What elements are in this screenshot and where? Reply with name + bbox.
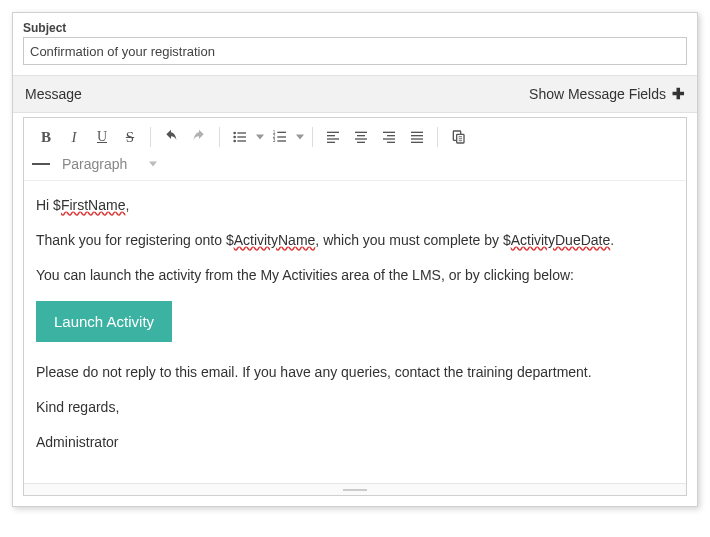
separator [219,127,220,147]
svg-rect-20 [383,132,395,133]
redo-icon [191,129,207,145]
strikethrough-button[interactable]: S [116,124,144,150]
svg-rect-16 [355,132,367,133]
message-header: Message Show Message Fields ✚ [13,75,697,113]
bullet-list-dropdown[interactable] [254,124,266,150]
email-template-panel: Subject Message Show Message Fields ✚ B … [12,12,698,507]
editor-content[interactable]: Hi $FirstName, Thank you for registering… [24,181,686,483]
svg-rect-21 [387,135,395,136]
toolbar-row-2: Paragraph [24,152,686,181]
paragraph-format-label: Paragraph [62,156,127,172]
svg-text:3: 3 [273,138,276,143]
align-center-button[interactable] [347,124,375,150]
svg-rect-31 [459,138,462,139]
undo-button[interactable] [157,124,185,150]
subject-input[interactable] [23,37,687,65]
horizontal-rule-icon [32,163,50,165]
svg-rect-17 [357,135,365,136]
align-left-button[interactable] [319,124,347,150]
editor-wrap: B I U S 123 [13,113,697,506]
align-center-icon [353,129,369,145]
separator [437,127,438,147]
no-reply-paragraph: Please do not reply to this email. If yo… [36,362,674,383]
svg-rect-24 [411,132,423,133]
svg-rect-25 [411,135,423,136]
bullet-list-button[interactable] [226,124,254,150]
svg-rect-13 [327,135,335,136]
launch-instructions: You can launch the activity from the My … [36,265,674,286]
svg-rect-32 [459,140,462,141]
svg-rect-12 [327,132,339,133]
subject-label: Subject [23,21,687,35]
show-message-fields-label: Show Message Fields [529,86,666,102]
svg-rect-30 [459,136,462,137]
bold-button[interactable]: B [32,124,60,150]
undo-icon [163,129,179,145]
activityduedate-token: ActivityDueDate [511,232,611,248]
separator [312,127,313,147]
svg-rect-1 [237,132,246,133]
horizontal-rule-button[interactable] [32,163,52,166]
italic-button[interactable]: I [60,124,88,150]
underline-button[interactable]: U [88,124,116,150]
paste-button[interactable] [444,124,472,150]
align-justify-icon [409,129,425,145]
paste-icon [450,129,466,145]
paragraph-format-dropdown[interactable]: Paragraph [62,156,157,172]
bullet-list-icon [232,129,248,145]
activityname-token: ActivityName [234,232,316,248]
svg-rect-7 [277,132,286,133]
align-left-icon [325,129,341,145]
svg-rect-22 [383,138,395,139]
chevron-down-icon [149,160,157,168]
toolbar-row-1: B I U S 123 [24,118,686,152]
svg-rect-9 [277,136,286,137]
numbered-list-icon: 123 [272,129,288,145]
svg-rect-23 [387,142,395,143]
redo-button[interactable] [185,124,213,150]
grip-icon [343,489,367,491]
numbered-list-button[interactable]: 123 [266,124,294,150]
svg-point-4 [233,140,236,143]
svg-rect-19 [357,142,365,143]
svg-point-0 [233,132,236,135]
svg-rect-15 [327,142,335,143]
align-justify-button[interactable] [403,124,431,150]
signature-line: Administrator [36,432,674,453]
editor-box: B I U S 123 [23,117,687,496]
svg-rect-3 [237,136,246,137]
resize-handle[interactable] [24,483,686,495]
chevron-down-icon [256,133,264,141]
message-label: Message [25,86,82,102]
plus-icon: ✚ [672,85,685,103]
numbered-list-dropdown[interactable] [294,124,306,150]
subject-section: Subject [13,13,697,75]
show-message-fields-button[interactable]: Show Message Fields ✚ [529,85,685,103]
firstname-token: FirstName [61,197,126,213]
svg-rect-14 [327,138,339,139]
align-right-icon [381,129,397,145]
svg-rect-27 [411,142,423,143]
svg-point-2 [233,136,236,139]
regards-line: Kind regards, [36,397,674,418]
button-paragraph: Launch Activity [36,300,674,348]
launch-activity-button[interactable]: Launch Activity [36,301,172,342]
registration-paragraph: Thank you for registering onto $Activity… [36,230,674,251]
greeting-line: Hi $FirstName, [36,195,674,216]
svg-rect-11 [277,140,286,141]
svg-rect-18 [355,138,367,139]
svg-rect-26 [411,138,423,139]
separator [150,127,151,147]
align-right-button[interactable] [375,124,403,150]
chevron-down-icon [296,133,304,141]
svg-rect-5 [237,140,246,141]
